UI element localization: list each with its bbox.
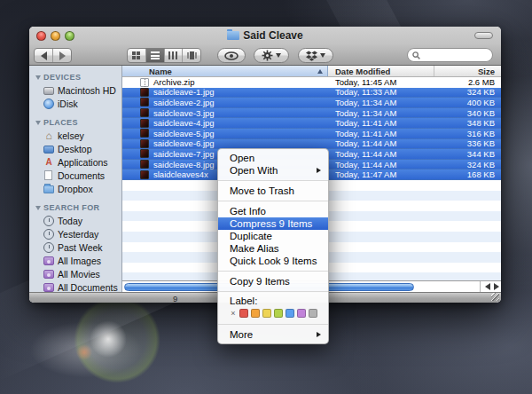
status-text: 9	[173, 294, 177, 303]
menu-separator	[218, 324, 328, 325]
folder-icon	[43, 185, 54, 193]
column-label: Size	[478, 67, 495, 76]
menu-item-open[interactable]: Open	[218, 152, 328, 164]
forward-button[interactable]	[53, 49, 71, 62]
menu-separator	[218, 271, 328, 272]
menu-item-more[interactable]: More	[218, 328, 328, 341]
file-date: Today, 11:44 AM	[328, 149, 434, 159]
icon-view-button[interactable]	[128, 49, 146, 62]
menu-item-compress[interactable]: Compress 9 Items	[218, 217, 328, 230]
hard-drive-icon	[43, 87, 54, 95]
file-name: saidcleave-6.jpg	[153, 138, 215, 148]
list-view-icon	[151, 51, 160, 59]
menu-item-make-alias[interactable]: Make Alias	[218, 242, 328, 255]
titlebar[interactable]: Said Cleave	[29, 27, 501, 43]
sidebar-item-label: Past Week	[58, 242, 103, 253]
sidebar-item-applications[interactable]: A Applications	[29, 155, 121, 169]
sidebar-item-yesterday[interactable]: Yesterday	[29, 227, 121, 240]
disclosure-triangle-icon[interactable]	[35, 121, 41, 125]
action-menu-button[interactable]	[254, 48, 289, 63]
label-red-swatch[interactable]	[239, 309, 248, 318]
back-forward-control	[34, 48, 72, 63]
label-blue-swatch[interactable]	[286, 309, 294, 318]
back-button[interactable]	[35, 49, 53, 62]
disclosure-triangle-icon[interactable]	[35, 206, 41, 210]
file-name: saidcleave-1.jpg	[153, 87, 215, 97]
column-view-icon	[168, 51, 177, 59]
menu-item-quick-look[interactable]: Quick Look 9 Items	[218, 255, 328, 267]
list-view-button[interactable]	[146, 49, 165, 62]
menu-item-copy[interactable]: Copy 9 Items	[218, 275, 328, 288]
sidebar-item-macintosh-hd[interactable]: Macintosh HD	[29, 83, 121, 97]
column-view-button[interactable]	[165, 49, 184, 62]
menu-item-label: Open	[230, 152, 321, 164]
sidebar-section-devices[interactable]: DEVICES	[29, 70, 121, 83]
section-label: DEVICES	[43, 73, 81, 82]
file-size: 336 KB	[434, 138, 501, 148]
image-thumbnail-icon	[140, 108, 149, 117]
table-row[interactable]: saidcleave-5.jpg Today, 11:41 AM 316 KB	[122, 129, 501, 139]
sidebar-item-label: Applications	[58, 157, 108, 168]
image-thumbnail-icon	[140, 149, 149, 158]
scroll-left-icon[interactable]	[485, 283, 490, 290]
file-name: saidcleave-5.jpg	[153, 129, 215, 138]
dropbox-menu-button[interactable]	[298, 48, 333, 63]
forward-icon	[59, 51, 66, 60]
table-row[interactable]: saidcleave-2.jpg Today, 11:34 AM 400 KB	[122, 98, 501, 108]
applications-icon: A	[43, 157, 54, 168]
file-date: Today, 11:41 AM	[328, 118, 434, 128]
file-date: Today, 11:33 AM	[328, 87, 434, 97]
table-row[interactable]: saidcleave-1.jpg Today, 11:33 AM 324 KB	[122, 88, 501, 98]
label-purple-swatch[interactable]	[297, 309, 306, 318]
sidebar-item-kelsey[interactable]: ⌂ kelsey	[29, 129, 121, 142]
column-header-date-modified[interactable]: Date Modified	[328, 66, 434, 76]
menu-item-duplicate[interactable]: Duplicate	[218, 230, 328, 242]
file-name: saidcleave-7.jpg	[153, 149, 215, 159]
image-thumbnail-icon	[140, 119, 149, 128]
menu-item-label: Quick Look 9 Items	[230, 255, 321, 267]
table-row[interactable]: saidcleave-3.jpg Today, 11:34 AM 340 KB	[122, 108, 501, 119]
sidebar-item-idisk[interactable]: iDisk	[29, 97, 121, 110]
search-field[interactable]	[407, 48, 493, 62]
toolbar-toggle-button[interactable]	[474, 32, 493, 39]
sidebar-item-all-movies[interactable]: All Movies	[29, 267, 121, 280]
menu-item-move-to-trash[interactable]: Move to Trash	[218, 185, 328, 197]
coverflow-view-button[interactable]	[183, 49, 200, 62]
column-label: Name	[149, 67, 172, 76]
menu-item-label: Move to Trash	[230, 185, 321, 197]
sidebar-item-past-week[interactable]: Past Week	[29, 240, 121, 254]
sidebar-item-desktop[interactable]: Desktop	[29, 142, 121, 155]
sidebar-item-dropbox[interactable]: Dropbox	[29, 182, 121, 195]
column-header-size[interactable]: Size	[434, 66, 501, 76]
chevron-down-icon	[276, 53, 281, 58]
menu-item-open-with[interactable]: Open With	[218, 164, 328, 177]
table-row[interactable]: saidcleave-4.jpg Today, 11:41 AM 348 KB	[122, 118, 501, 129]
table-row[interactable]: Archive.zip Today, 11:45 AM 2.6 MB	[122, 77, 501, 88]
column-header-name[interactable]: Name	[122, 66, 328, 76]
label-yellow-swatch[interactable]	[262, 309, 271, 318]
sidebar-item-all-documents[interactable]: All Documents	[29, 280, 121, 292]
menu-item-get-info[interactable]: Get Info	[218, 205, 328, 217]
scroll-right-icon[interactable]	[494, 283, 499, 290]
image-thumbnail-icon	[140, 139, 149, 148]
label-none-button[interactable]: ×	[230, 309, 237, 318]
sidebar-item-today[interactable]: Today	[29, 214, 121, 227]
sidebar-section-places[interactable]: PLACES	[29, 115, 121, 129]
image-thumbnail-icon	[140, 98, 149, 106]
sidebar-item-label: Documents	[58, 170, 105, 181]
sidebar-section-search-for[interactable]: SEARCH FOR	[29, 201, 121, 214]
label-green-swatch[interactable]	[274, 309, 283, 318]
file-size: 400 KB	[434, 98, 501, 107]
resize-grip[interactable]	[491, 293, 499, 301]
sidebar-item-documents[interactable]: Documents	[29, 169, 121, 182]
quick-look-button[interactable]	[217, 48, 246, 63]
menu-item-label: Get Info	[230, 205, 321, 217]
menu-item-label: Open With	[230, 164, 317, 177]
sidebar-item-all-images[interactable]: All Images	[29, 254, 121, 267]
file-size: 340 KB	[434, 108, 501, 118]
label-gray-swatch[interactable]	[309, 309, 317, 318]
sidebar-item-label: Desktop	[58, 144, 92, 154]
label-orange-swatch[interactable]	[251, 309, 260, 318]
file-name: saidcleave-8.jpg	[153, 160, 215, 169]
disclosure-triangle-icon[interactable]	[35, 75, 41, 80]
